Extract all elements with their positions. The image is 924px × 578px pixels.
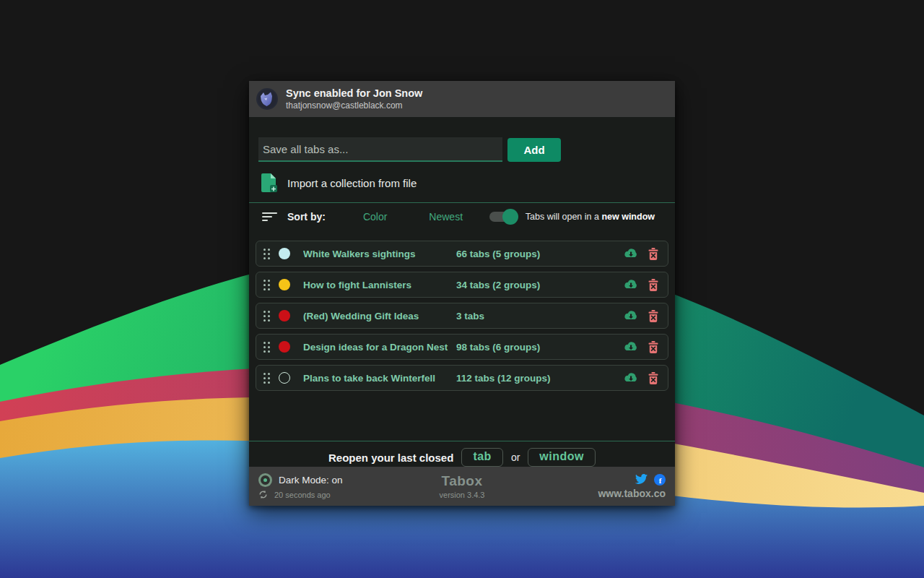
- drag-handle-icon[interactable]: [263, 280, 270, 290]
- sort-row: Sort by: Color Newest Tabs will open in …: [249, 203, 675, 230]
- tabox-popup: Sync enabled for Jon Snow thatjonsnow@ca…: [249, 81, 675, 506]
- collection-actions: [623, 341, 661, 353]
- export-cloud-icon[interactable]: [623, 248, 639, 259]
- import-label: Import a collection from file: [287, 177, 417, 189]
- collection-tab-count: 34 tabs (2 groups): [456, 280, 540, 290]
- drag-handle-icon[interactable]: [263, 342, 270, 353]
- export-cloud-icon[interactable]: [623, 341, 639, 353]
- new-window-toggle-group: Tabs will open in a new window: [489, 212, 655, 222]
- wolf-icon: [258, 90, 276, 108]
- delete-trash-icon[interactable]: [648, 310, 658, 322]
- sync-header: Sync enabled for Jon Snow thatjonsnow@ca…: [249, 81, 675, 117]
- collection-color-dot[interactable]: [279, 341, 290, 353]
- save-collection-row: Add: [258, 137, 666, 162]
- footer-right: f www.tabox.co: [598, 474, 666, 499]
- delete-trash-icon[interactable]: [648, 279, 658, 291]
- last-sync-time: 20 seconds ago: [274, 491, 331, 499]
- reopen-label: Reopen your last closed: [328, 452, 453, 464]
- twitter-icon[interactable]: [635, 474, 648, 485]
- reopen-or-label: or: [511, 452, 520, 463]
- sort-by-newest[interactable]: Newest: [429, 211, 463, 223]
- dark-mode-label[interactable]: Dark Mode: on: [279, 475, 343, 486]
- collection-color-dot[interactable]: [279, 248, 290, 259]
- sync-refresh-icon[interactable]: [258, 490, 268, 499]
- collection-row[interactable]: How to fight Lannisters 34 tabs (2 group…: [256, 272, 668, 298]
- import-file-icon: [261, 173, 277, 193]
- drag-handle-icon[interactable]: [263, 249, 270, 259]
- drag-handle-icon[interactable]: [263, 373, 270, 384]
- sync-info: Sync enabled for Jon Snow thatjonsnow@ca…: [286, 87, 422, 111]
- app-version: version 3.4.3: [440, 491, 485, 499]
- collection-name[interactable]: Design ideas for a Dragon Nest: [303, 342, 456, 353]
- delete-trash-icon[interactable]: [648, 372, 658, 384]
- export-cloud-icon[interactable]: [623, 372, 639, 384]
- collection-actions: [623, 248, 661, 260]
- toggle-label-bold: new window: [601, 212, 655, 222]
- import-collection-row[interactable]: Import a collection from file: [261, 171, 666, 195]
- dark-mode-icon[interactable]: [258, 473, 272, 487]
- collection-name[interactable]: White Walkers sightings: [303, 249, 456, 259]
- collection-tab-count: 112 tabs (12 groups): [456, 373, 551, 384]
- new-window-toggle[interactable]: [489, 212, 517, 222]
- sort-icon: [262, 212, 278, 222]
- collection-row[interactable]: Plans to take back Winterfell 112 tabs (…: [256, 365, 668, 391]
- collection-name[interactable]: Plans to take back Winterfell: [303, 373, 456, 384]
- website-link[interactable]: www.tabox.co: [598, 488, 666, 499]
- facebook-icon[interactable]: f: [654, 474, 666, 486]
- reopen-window-button[interactable]: window: [528, 448, 596, 467]
- toggle-label: Tabs will open in a new window: [526, 212, 655, 222]
- delete-trash-icon[interactable]: [648, 341, 658, 353]
- sync-title: Sync enabled for Jon Snow: [286, 87, 422, 100]
- collection-name[interactable]: (Red) Wedding Gift Ideas: [303, 311, 456, 322]
- export-cloud-icon[interactable]: [623, 310, 639, 322]
- collection-actions: [623, 279, 661, 291]
- sort-by-color[interactable]: Color: [363, 211, 387, 223]
- popup-footer: Dark Mode: on 20 seconds ago Tabox versi…: [249, 467, 675, 506]
- collection-actions: [623, 372, 661, 384]
- collection-tab-count: 3 tabs: [456, 311, 484, 322]
- sort-by-label: Sort by:: [287, 211, 326, 223]
- user-avatar: [256, 88, 278, 110]
- save-tabs-input[interactable]: [258, 137, 502, 162]
- footer-center: Tabox version 3.4.3: [440, 473, 485, 499]
- export-cloud-icon[interactable]: [623, 279, 639, 290]
- app-name: Tabox: [440, 473, 485, 489]
- collection-row[interactable]: (Red) Wedding Gift Ideas 3 tabs: [256, 303, 668, 329]
- svg-text:f: f: [659, 475, 662, 484]
- collection-row[interactable]: White Walkers sightings 66 tabs (5 group…: [256, 241, 668, 267]
- collection-name[interactable]: How to fight Lannisters: [303, 280, 456, 290]
- toggle-label-prefix: Tabs will open in a: [526, 212, 602, 222]
- collection-tab-count: 66 tabs (5 groups): [456, 249, 540, 259]
- collection-color-dot[interactable]: [279, 310, 290, 322]
- sync-email: thatjonsnow@castleblack.com: [286, 100, 422, 111]
- collection-tab-count: 98 tabs (6 groups): [456, 342, 540, 353]
- add-button[interactable]: Add: [507, 138, 561, 162]
- collection-color-dot[interactable]: [279, 372, 290, 384]
- desktop-background: Sync enabled for Jon Snow thatjonsnow@ca…: [0, 0, 924, 578]
- collections-list: White Walkers sightings 66 tabs (5 group…: [256, 241, 668, 391]
- reopen-tab-button[interactable]: tab: [461, 448, 503, 467]
- collection-color-dot[interactable]: [279, 279, 290, 290]
- drag-handle-icon[interactable]: [263, 311, 270, 322]
- toggle-knob: [502, 209, 518, 225]
- delete-trash-icon[interactable]: [648, 248, 658, 260]
- collection-row[interactable]: Design ideas for a Dragon Nest 98 tabs (…: [256, 334, 668, 360]
- collection-actions: [623, 310, 661, 322]
- footer-left: Dark Mode: on 20 seconds ago: [258, 473, 343, 499]
- reopen-row: Reopen your last closed tab or window: [249, 447, 675, 468]
- divider-bottom: [249, 441, 675, 441]
